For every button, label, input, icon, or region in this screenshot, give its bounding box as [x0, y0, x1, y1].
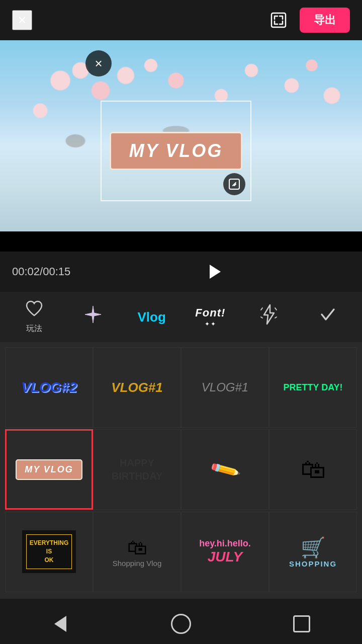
- video-background: × MY VLOG: [0, 40, 362, 252]
- sticker-everything[interactable]: EVERYTHINGISOK: [5, 512, 93, 592]
- timeline-area: 00:02/00:15: [0, 252, 362, 292]
- play-icon: [210, 265, 221, 279]
- category-play-label: 玩法: [26, 324, 42, 334]
- video-close-button[interactable]: ×: [85, 50, 112, 76]
- svg-rect-0: [272, 13, 286, 27]
- sticker-july[interactable]: hey.hi.hello. JULY: [181, 512, 269, 592]
- home-icon: [171, 614, 191, 634]
- sparkle-icon: [83, 305, 103, 328]
- sticker-box-content: MY VLOG: [110, 132, 242, 170]
- sticker-vlog1-plain[interactable]: VLOG#1: [181, 347, 269, 428]
- categories-bar: 玩法 Vlog Font! ✦ ✦: [0, 292, 362, 342]
- pen-icon: ✏️: [208, 453, 242, 486]
- sticker-vlog2[interactable]: VLOG#2: [5, 347, 93, 428]
- sticker-shopping-vlog[interactable]: 🛍 Shopping Vlog: [93, 512, 181, 592]
- black-bar-bottom: [0, 231, 362, 252]
- category-check[interactable]: [298, 302, 357, 332]
- top-bar: × 导出: [0, 0, 362, 40]
- nav-back-button[interactable]: [45, 609, 75, 639]
- sticker-shopping[interactable]: 🛒 SHOPPING: [269, 512, 357, 592]
- resize-handle[interactable]: [223, 173, 245, 195]
- category-spark[interactable]: [64, 302, 123, 332]
- export-button[interactable]: 导出: [300, 8, 350, 33]
- top-right-actions: 导出: [267, 8, 350, 33]
- bottom-nav: [0, 604, 362, 644]
- sticker-my-vlog[interactable]: MY VLOG: [5, 429, 93, 510]
- category-vlog[interactable]: Vlog: [122, 306, 181, 328]
- category-play[interactable]: 玩法: [5, 297, 64, 337]
- category-lightning[interactable]: [240, 301, 299, 333]
- video-preview: × MY VLOG: [0, 40, 362, 252]
- nav-home-button[interactable]: [166, 609, 196, 639]
- play-button[interactable]: [203, 259, 228, 284]
- sticker-pretty-day[interactable]: PRETTY DAY!: [269, 347, 357, 428]
- recents-icon: [293, 615, 310, 632]
- lightning-icon: [260, 304, 278, 329]
- check-icon: [319, 305, 337, 328]
- category-font[interactable]: Font! ✦ ✦: [181, 303, 240, 331]
- sticker-vlog1-gold[interactable]: VLOG#1: [93, 347, 181, 428]
- sticker-happy-birthday[interactable]: HAPPYBIRTHDAY: [93, 429, 181, 510]
- sticker-container[interactable]: MY VLOG: [101, 101, 251, 201]
- sticker-text: MY VLOG: [129, 140, 223, 161]
- time-display: 00:02/00:15: [12, 265, 70, 278]
- fullscreen-button[interactable]: [267, 9, 290, 31]
- stickers-grid: VLOG#2 VLOG#1 VLOG#1 PRETTY DAY! MY VLOG…: [0, 342, 362, 599]
- close-button[interactable]: ×: [12, 10, 32, 30]
- sticker-pen[interactable]: ✏️: [181, 429, 269, 510]
- sticker-daily[interactable]: 🛍: [269, 429, 357, 510]
- heart-icon: [25, 300, 43, 321]
- vlog-category-label: Vlog: [138, 309, 166, 325]
- back-icon: [54, 616, 66, 632]
- font-category-label: Font!: [195, 306, 225, 319]
- nav-recents-button[interactable]: [287, 609, 317, 639]
